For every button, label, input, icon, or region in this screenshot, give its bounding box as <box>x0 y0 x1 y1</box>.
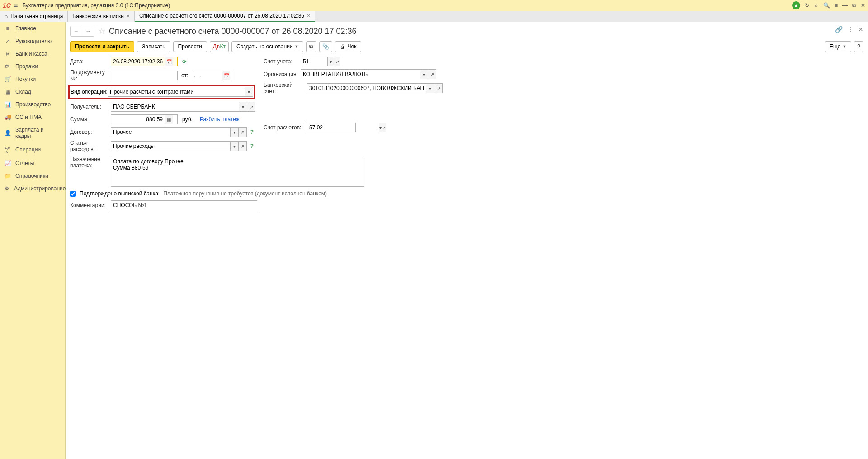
settle-acc-label: Счет расчетов: <box>264 124 305 131</box>
dropdown-icon[interactable]: ▾ <box>245 87 253 96</box>
tab-bank-statements[interactable]: Банковские выписки × <box>68 11 135 22</box>
post-button[interactable]: Провести <box>173 41 207 52</box>
sidebar-item-production[interactable]: 📊Производство <box>0 98 65 111</box>
help-button[interactable]: ? <box>854 41 863 52</box>
dropdown-icon[interactable]: ▾ <box>239 102 247 111</box>
sidebar-item-sales[interactable]: 🛍Продажи <box>0 60 65 73</box>
dropdown-icon[interactable]: ▾ <box>230 142 238 151</box>
confirmed-checkbox[interactable] <box>70 191 76 197</box>
sidebar-item-salary[interactable]: 👤Зарплата и кадры <box>0 123 65 142</box>
open-ref-icon[interactable]: ↗ <box>247 102 255 111</box>
help-icon[interactable]: ? <box>249 129 255 135</box>
tab-label: Списание с расчетного счета 0000-000007 … <box>139 13 304 19</box>
recipient-input[interactable] <box>111 102 239 111</box>
purpose-textarea[interactable]: Оплата по договору Прочее Сумма 880-59 <box>111 156 364 187</box>
form-col-left: Дата: 📅 ⟳ По документу №: от: 📅 <box>70 57 255 155</box>
refresh-date-icon[interactable]: ⟳ <box>182 58 187 65</box>
contract-input[interactable] <box>111 128 230 137</box>
confirmed-hint: Платежное поручение не требуется (докуме… <box>163 190 327 197</box>
close-tab-icon[interactable]: × <box>307 13 310 19</box>
calculator-icon[interactable]: ▦ <box>165 115 173 124</box>
menu-icon: ≡ <box>5 25 11 32</box>
back-button[interactable]: ← <box>71 26 82 36</box>
bank-acc-input[interactable] <box>307 84 426 93</box>
manager-icon: ↗ <box>5 38 11 44</box>
org-input[interactable] <box>301 70 420 79</box>
dropdown-icon[interactable]: ▾ <box>420 70 428 79</box>
more-button[interactable]: Еще ▼ <box>825 41 851 52</box>
comment-input[interactable] <box>111 201 257 210</box>
post-and-close-button[interactable]: Провести и закрыть <box>70 41 134 52</box>
doc-date-input[interactable] <box>192 71 222 80</box>
save-button[interactable]: Записать <box>137 41 170 52</box>
split-payment-link[interactable]: Разбить платеж <box>200 116 240 123</box>
history-icon[interactable]: ↻ <box>805 2 809 9</box>
sidebar-item-bank[interactable]: ₽Банк и касса <box>0 47 65 60</box>
open-ref-icon[interactable]: ↗ <box>382 123 386 132</box>
receipt-button[interactable]: 🖨 Чек <box>335 41 361 52</box>
expense-input[interactable] <box>111 142 230 151</box>
open-ref-icon[interactable]: ↗ <box>434 84 442 93</box>
bank-acc-label: Банковский счет: <box>264 82 305 95</box>
dtkt-button[interactable]: Дт/Кт <box>210 41 229 52</box>
maximize-icon[interactable]: ⧉ <box>852 2 856 9</box>
sidebar-item-warehouse[interactable]: ▦Склад <box>0 85 65 98</box>
favorite-star-icon[interactable]: ☆ <box>98 26 105 36</box>
open-ref-icon[interactable]: ↗ <box>238 142 246 151</box>
operation-type-highlight: Вид операции: ▾ <box>68 85 255 99</box>
tab-home[interactable]: ⌂ Начальная страница <box>0 11 68 22</box>
amount-input[interactable] <box>111 115 165 124</box>
attach-button[interactable]: 📎 <box>319 41 332 52</box>
op-type-input[interactable] <box>108 87 245 96</box>
minimize-icon[interactable]: — <box>842 2 848 9</box>
hamburger-icon[interactable]: ≡ <box>14 1 18 9</box>
sidebar-item-operations[interactable]: Дт/КтОперации <box>0 142 65 157</box>
sidebar-item-main[interactable]: ≡Главное <box>0 22 65 35</box>
confirmed-row: Подтверждено выпиской банка: Платежное п… <box>70 190 863 197</box>
close-doc-icon[interactable]: ✕ <box>858 26 863 33</box>
app-logo: 1С <box>3 2 11 9</box>
notification-icon[interactable]: ▲ <box>792 1 800 9</box>
calendar-icon[interactable]: 📅 <box>222 71 230 80</box>
open-ref-icon[interactable]: ↗ <box>334 57 340 66</box>
tab-document[interactable]: Списание с расчетного счета 0000-000007 … <box>135 11 315 22</box>
settle-acc-input[interactable] <box>307 123 379 132</box>
create-based-button[interactable]: Создать на основании ▼ <box>231 41 303 52</box>
gear-icon: ⚙ <box>5 185 9 192</box>
sidebar-item-purchases[interactable]: 🛒Покупки <box>0 73 65 85</box>
dropdown-icon[interactable]: ▾ <box>327 57 334 66</box>
dropdown-icon[interactable]: ▾ <box>230 128 238 137</box>
link-icon[interactable]: 🔗 <box>835 26 843 33</box>
contract-label: Договор: <box>70 129 109 135</box>
forward-button[interactable]: → <box>82 26 94 36</box>
structure-button[interactable]: ⧉ <box>306 41 316 52</box>
home-icon: ⌂ <box>5 13 8 19</box>
sidebar-item-admin[interactable]: ⚙Администрирование <box>0 182 65 195</box>
settings-icon[interactable]: ≡ <box>835 2 838 9</box>
calendar-icon[interactable]: 📅 <box>165 57 173 66</box>
org-label: Организация: <box>264 71 299 77</box>
more-vert-icon[interactable]: ⋮ <box>847 26 854 33</box>
form-col-right: Счет учета: ▾ ↗ Организация: ▾ ↗ <box>264 57 443 155</box>
search-icon[interactable]: 🔍 <box>823 2 830 9</box>
close-tab-icon[interactable]: × <box>127 13 130 19</box>
date-input[interactable] <box>111 57 165 66</box>
sidebar-item-catalogs[interactable]: 📁Справочники <box>0 170 65 182</box>
sidebar-item-reports[interactable]: 📈Отчеты <box>0 157 65 170</box>
dropdown-icon[interactable]: ▾ <box>426 84 434 93</box>
amount-label: Сумма: <box>70 116 109 123</box>
sidebar-item-manager[interactable]: ↗Руководителю <box>0 35 65 47</box>
doc-num-input[interactable] <box>111 71 177 80</box>
sidebar-item-label: Производство <box>15 101 51 108</box>
open-ref-icon[interactable]: ↗ <box>238 128 246 137</box>
dtkt-icon: Дт/Кт <box>5 146 11 154</box>
open-ref-icon[interactable]: ↗ <box>428 70 436 79</box>
close-window-icon[interactable]: ✕ <box>861 2 865 9</box>
help-icon[interactable]: ? <box>249 143 255 149</box>
comment-label: Комментарий: <box>70 202 109 208</box>
sidebar-item-assets[interactable]: 🚚ОС и НМА <box>0 111 65 123</box>
account-input[interactable] <box>301 57 327 66</box>
expense-label: Статья расходов: <box>70 140 109 152</box>
favorite-icon[interactable]: ☆ <box>814 2 819 9</box>
sales-icon: 🛍 <box>5 63 11 70</box>
